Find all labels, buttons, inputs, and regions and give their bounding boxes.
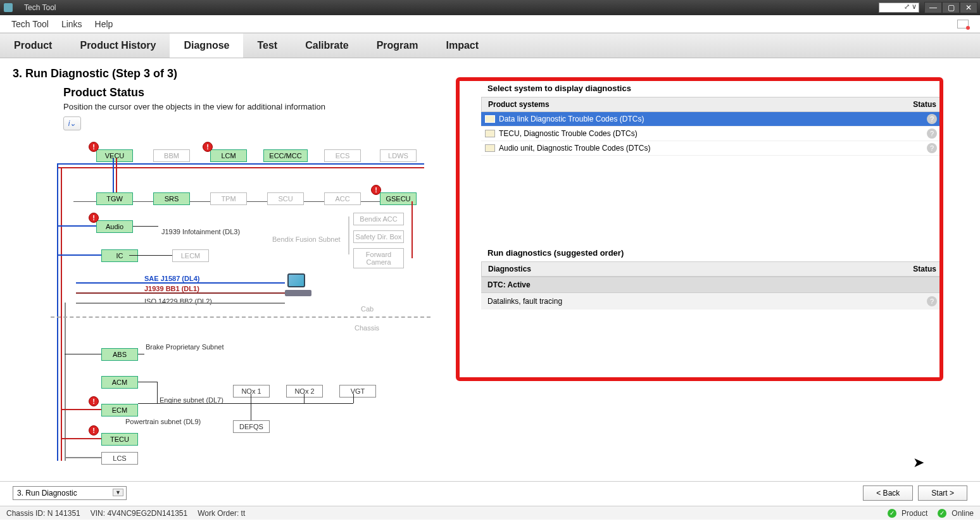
ecu-lcs[interactable]: LCS — [101, 452, 138, 465]
warn-icon: ! — [371, 185, 381, 195]
tab-product[interactable]: Product — [0, 34, 66, 58]
ecu-bendix-acc[interactable]: Bendix ACC — [353, 213, 404, 225]
menu-links[interactable]: Links — [61, 19, 82, 29]
window-mode-combo[interactable] — [879, 3, 919, 13]
label-infotainment: J1939 Infotainment (DL3) — [161, 228, 240, 235]
ecu-vecu[interactable]: VECU — [96, 149, 133, 162]
status-title: Product Status — [63, 86, 456, 99]
notification-icon[interactable] — [957, 20, 969, 28]
status-vin: VIN: 4V4NC9EG2DN141351 — [91, 509, 187, 518]
ecu-vgt[interactable]: VGT — [339, 385, 376, 398]
statusbar: Chassis ID: N 141351 VIN: 4V4NC9EG2DN141… — [0, 506, 980, 520]
check-icon: ✓ — [888, 509, 896, 518]
label-engine: Engine subnet (DL7) — [160, 396, 223, 404]
ecu-forward-camera[interactable]: Forward Camera — [353, 248, 404, 268]
step-combo[interactable]: 3. Run Diagnostic — [13, 486, 127, 500]
status-unknown-icon: ? — [927, 143, 937, 153]
select-system-heading: Select system to display diagnostics — [481, 84, 943, 93]
label-bus2: J1939 BB1 (DL1) — [144, 285, 199, 292]
diag-item-datalinks[interactable]: Datalinks, fault tracing ? — [481, 293, 943, 310]
ecu-nox1[interactable]: NOx 1 — [233, 385, 270, 398]
label-bus3: ISO 14229 BB2 (DL2) — [144, 297, 212, 305]
warn-icon: ! — [89, 142, 99, 152]
status-unknown-icon: ? — [927, 114, 937, 124]
system-row-tecu[interactable]: TECU, Diagnostic Trouble Codes (DTCs) ? — [481, 127, 943, 141]
right-panel: Select system to display diagnostics Pro… — [481, 84, 943, 310]
run-diag-heading: Run diagnostics (suggested order) — [481, 248, 943, 258]
ecu-acc[interactable]: ACC — [324, 192, 361, 205]
ecu-safety-dir[interactable]: Safety Dir. Box — [353, 230, 404, 243]
status-unknown-icon: ? — [927, 296, 937, 306]
ecu-ecm[interactable]: ECM — [101, 404, 138, 416]
start-button[interactable]: Start > — [918, 485, 967, 501]
ecu-nox2[interactable]: NOx 2 — [286, 385, 323, 398]
menu-help[interactable]: Help — [95, 19, 113, 29]
warn-icon: ! — [89, 425, 99, 435]
menubar: Tech Tool Links Help — [0, 15, 980, 33]
ecu-defqs[interactable]: DEFQS — [233, 420, 270, 433]
diag-table-header: Diagnostics Status — [481, 261, 943, 277]
folder-icon — [485, 115, 495, 123]
warn-icon: ! — [89, 213, 99, 223]
ecu-abs[interactable]: ABS — [101, 348, 138, 361]
ecu-ic[interactable]: IC — [101, 249, 138, 262]
status-area: Product Status Position the cursor over … — [63, 86, 456, 130]
maximize-button[interactable]: ▢ — [942, 2, 960, 13]
ecu-diagram[interactable]: ! VECU BBM ! LCM ECC/MCC ECS LDWS TGW SR… — [51, 141, 456, 495]
ecu-ecs[interactable]: ECS — [324, 149, 361, 162]
ecu-audio[interactable]: Audio — [96, 220, 133, 233]
systems-col-status: Status — [898, 97, 943, 111]
label-bus1: SAE J1587 (DL4) — [144, 275, 199, 282]
page-heading: 3. Run Diagnostic (Step 3 of 3) — [0, 58, 980, 80]
tab-impact[interactable]: Impact — [432, 34, 493, 58]
close-button[interactable]: ✕ — [960, 2, 977, 13]
folder-icon — [485, 130, 495, 137]
titlebar: Tech Tool — ▢ ✕ — [0, 0, 980, 15]
label-powertrain: Powertrain subnet (DL9) — [125, 418, 201, 425]
tabbar: Product Product History Diagnose Test Ca… — [0, 33, 980, 58]
tab-program[interactable]: Program — [363, 34, 432, 58]
system-row-audio[interactable]: Audio unit, Diagnostic Trouble Codes (DT… — [481, 141, 943, 156]
label-cab: Cab — [361, 305, 374, 313]
status-unknown-icon: ? — [927, 128, 937, 139]
systems-table-header: Product systems Status — [481, 97, 943, 112]
ecu-ldws[interactable]: LDWS — [380, 149, 417, 162]
diag-col-status: Status — [898, 262, 943, 276]
tab-product-history[interactable]: Product History — [66, 34, 170, 58]
dtc-active-label: DTC: Active — [481, 277, 943, 293]
warn-icon: ! — [203, 142, 213, 152]
systems-col-product: Product systems — [482, 97, 898, 111]
status-workorder: Work Order: tt — [198, 509, 245, 518]
tab-diagnose[interactable]: Diagnose — [170, 34, 243, 58]
ecu-srs[interactable]: SRS — [153, 192, 190, 205]
bottom-nav: 3. Run Diagnostic < Back Start > — [0, 481, 980, 504]
content-area: 3. Run Diagnostic (Step 3 of 3) Product … — [0, 58, 980, 484]
laptop-icon — [285, 273, 311, 296]
app-icon — [4, 3, 13, 12]
ecu-tgw[interactable]: TGW — [96, 192, 133, 205]
status-product: ✓Product — [888, 509, 927, 518]
back-button[interactable]: < Back — [863, 485, 913, 501]
ecu-scu[interactable]: SCU — [267, 192, 304, 205]
info-button[interactable]: i⌄ — [63, 116, 81, 130]
warn-icon: ! — [89, 396, 99, 406]
window-title: Tech Tool — [24, 3, 56, 12]
tab-calibrate[interactable]: Calibrate — [291, 34, 362, 58]
tab-test[interactable]: Test — [243, 34, 291, 58]
menu-techtool[interactable]: Tech Tool — [11, 19, 49, 29]
system-row-datalink[interactable]: Data link Diagnostic Trouble Codes (DTCs… — [481, 112, 943, 127]
ecu-eccmcc[interactable]: ECC/MCC — [263, 149, 308, 162]
label-bendix-subnet: Bendix Fusion Subnet — [272, 235, 341, 243]
ecu-lcm[interactable]: LCM — [210, 149, 247, 162]
status-online: ✓Online — [938, 509, 974, 518]
folder-icon — [485, 144, 495, 152]
ecu-tecu[interactable]: TECU — [101, 433, 138, 446]
status-hint: Position the cursor over the objects in … — [63, 102, 456, 111]
diag-col-name: Diagnostics — [482, 262, 898, 276]
minimize-button[interactable]: — — [924, 2, 942, 13]
ecu-lecm[interactable]: LECM — [172, 249, 209, 262]
ecu-tpm[interactable]: TPM — [210, 192, 247, 205]
status-chassis: Chassis ID: N 141351 — [6, 509, 80, 518]
ecu-acm[interactable]: ACM — [101, 376, 138, 389]
ecu-bbm[interactable]: BBM — [153, 149, 190, 162]
